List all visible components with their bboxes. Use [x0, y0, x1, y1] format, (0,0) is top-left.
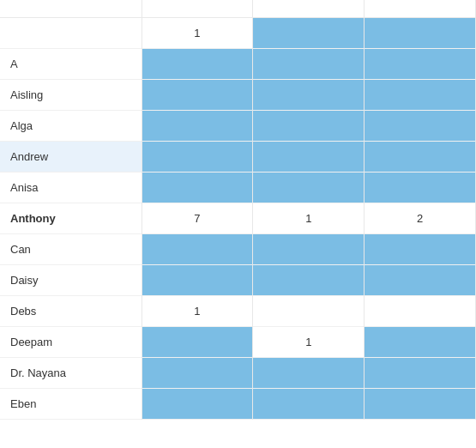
cell-name — [0, 18, 142, 49]
table-header-row — [0, 0, 476, 18]
table-row[interactable]: Can — [0, 234, 476, 265]
cell-sep-10 — [142, 327, 253, 358]
bar-fill — [253, 49, 364, 79]
cell-oct-5 — [253, 173, 365, 203]
cell-number-content: 1 — [253, 203, 364, 233]
col-header-oct[interactable] — [253, 0, 365, 18]
cell-number-value: 1 — [194, 27, 200, 39]
bar-fill — [365, 265, 475, 295]
cell-sep-5 — [142, 173, 253, 203]
cell-oct-12 — [253, 389, 365, 420]
bar-fill — [142, 80, 253, 110]
cell-nov-2 — [365, 80, 476, 111]
bar-fill — [253, 173, 364, 203]
cell-nov-0 — [365, 18, 476, 49]
cell-sep-7 — [142, 234, 253, 265]
bar-fill — [365, 389, 475, 419]
cell-number-content: 1 — [142, 18, 253, 48]
cell-number-value: 2 — [417, 212, 423, 225]
col-header-name[interactable] — [0, 0, 142, 18]
cell-name: Andrew — [0, 142, 142, 173]
cell-sep-6: 7 — [142, 203, 253, 234]
bar-fill — [253, 389, 364, 419]
col-header-sep[interactable] — [142, 0, 253, 18]
table-row[interactable]: Deepam1 — [0, 327, 476, 358]
cell-number-content: 7 — [142, 203, 253, 233]
bar-fill — [142, 142, 253, 172]
cell-white-fill — [253, 296, 364, 326]
cell-oct-3 — [253, 111, 365, 142]
cell-oct-0 — [253, 18, 365, 49]
bar-fill — [142, 327, 253, 357]
cell-nov-9 — [365, 296, 476, 327]
bar-fill — [253, 18, 364, 48]
cell-number-value: 1 — [305, 336, 311, 348]
bar-fill — [365, 142, 475, 172]
cell-name: A — [0, 49, 142, 80]
cell-sep-0: 1 — [142, 18, 253, 49]
cell-nov-8 — [365, 265, 476, 296]
main-table-container: 1AAislingAlgaAndrewAnisaAnthony712CanDai… — [0, 0, 476, 448]
cell-name: Eben — [0, 389, 142, 420]
bar-fill — [142, 389, 253, 419]
bar-fill — [253, 358, 364, 388]
table-row[interactable]: Anisa — [0, 173, 476, 203]
cell-nov-5 — [365, 173, 476, 203]
cell-nov-12 — [365, 389, 476, 420]
bar-fill — [365, 49, 475, 79]
table-row[interactable]: Eben — [0, 389, 476, 420]
cell-sep-9: 1 — [142, 296, 253, 327]
bar-fill — [142, 173, 253, 203]
cell-name: Can — [0, 234, 142, 265]
bar-fill — [365, 327, 475, 357]
cell-name: Aisling — [0, 80, 142, 111]
bar-fill — [253, 234, 364, 264]
cell-nov-11 — [365, 358, 476, 389]
cell-number-value: 7 — [194, 212, 200, 225]
table-row[interactable]: Alga — [0, 111, 476, 142]
cell-name: Dr. Nayana — [0, 358, 142, 389]
cell-nov-1 — [365, 49, 476, 80]
bar-fill — [142, 234, 253, 264]
bar-fill — [365, 358, 475, 388]
cell-number-value: 1 — [305, 212, 311, 225]
cell-oct-1 — [253, 49, 365, 80]
bar-fill — [365, 234, 475, 264]
table-row[interactable]: 1 — [0, 18, 476, 49]
table-row[interactable]: Daisy — [0, 265, 476, 296]
cell-sep-8 — [142, 265, 253, 296]
cell-white-fill — [365, 296, 475, 326]
bar-fill — [253, 80, 364, 110]
cell-sep-1 — [142, 49, 253, 80]
cell-nov-7 — [365, 234, 476, 265]
bar-fill — [365, 18, 475, 48]
cell-oct-6: 1 — [253, 203, 365, 234]
bar-fill — [142, 265, 253, 295]
bar-fill — [253, 142, 364, 172]
table-row[interactable]: Debs1 — [0, 296, 476, 327]
cell-nov-3 — [365, 111, 476, 142]
cell-oct-2 — [253, 80, 365, 111]
bar-fill — [253, 111, 364, 141]
cell-nov-4 — [365, 142, 476, 173]
cell-name: Deepam — [0, 327, 142, 358]
table-row[interactable]: Dr. Nayana — [0, 358, 476, 389]
cell-number-content: 1 — [253, 327, 364, 357]
cell-sep-3 — [142, 111, 253, 142]
cell-nov-6: 2 — [365, 203, 476, 234]
table-row[interactable]: Anthony712 — [0, 203, 476, 234]
cell-name: Daisy — [0, 265, 142, 296]
col-header-nov[interactable] — [365, 0, 476, 18]
table-row[interactable]: Aisling — [0, 80, 476, 111]
cell-oct-10: 1 — [253, 327, 365, 358]
cell-number-value: 1 — [194, 305, 200, 318]
data-table: 1AAislingAlgaAndrewAnisaAnthony712CanDai… — [0, 0, 476, 420]
cell-name: Anthony — [0, 203, 142, 234]
cell-name: Anisa — [0, 173, 142, 203]
cell-oct-8 — [253, 265, 365, 296]
table-row[interactable]: A — [0, 49, 476, 80]
bar-fill — [253, 265, 364, 295]
cell-sep-2 — [142, 80, 253, 111]
table-row[interactable]: Andrew — [0, 142, 476, 173]
bar-fill — [365, 80, 475, 110]
